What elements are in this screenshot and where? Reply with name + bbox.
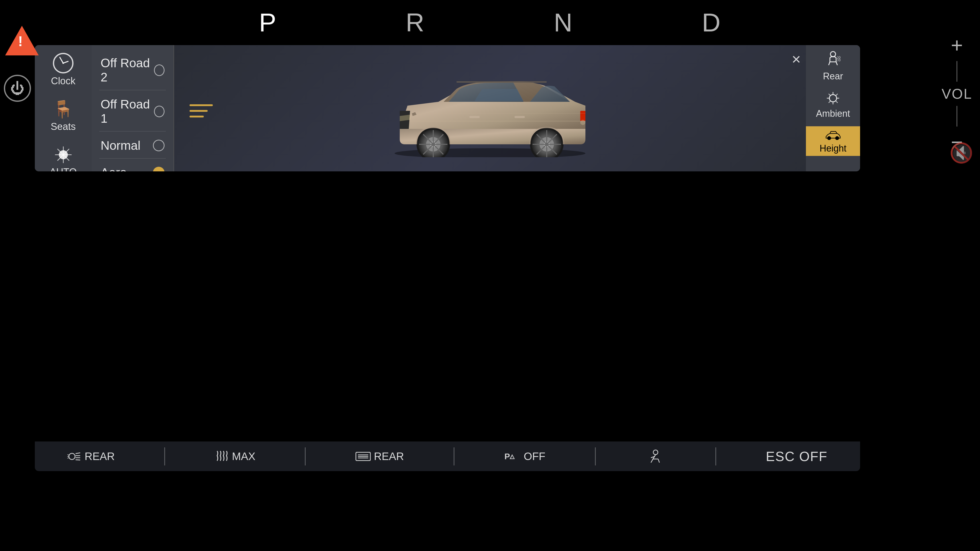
- aero-radio[interactable]: [153, 167, 164, 171]
- height-option-offroad1[interactable]: Off Road 1: [99, 92, 166, 132]
- sidebar-item-clock[interactable]: Clock: [48, 50, 78, 89]
- defrost-icon: [355, 451, 371, 462]
- rear-light-label: REAR: [84, 450, 115, 463]
- car-rear-light: [580, 111, 585, 121]
- sidebar-item-ambient[interactable]: Ambient: [806, 89, 860, 121]
- close-button[interactable]: ×: [792, 50, 801, 68]
- right-sidebar: Rear Ambient: [806, 45, 860, 171]
- power-button[interactable]: ⏻: [4, 75, 31, 102]
- offroad2-radio[interactable]: [154, 64, 164, 76]
- svg-line-10: [836, 94, 838, 95]
- main-screen: Clock 🪑 Seats AUTO Off Road 2: [35, 45, 860, 171]
- svg-line-30: [658, 459, 659, 463]
- rear-icon: [825, 51, 842, 69]
- svg-point-3: [829, 95, 837, 102]
- status-heat-max[interactable]: MAX: [215, 450, 255, 463]
- svg-line-9: [836, 101, 838, 103]
- aero-label: Aero: [100, 165, 127, 171]
- status-bar: REAR MAX REAR P !: [35, 441, 860, 471]
- normal-radio[interactable]: [153, 140, 164, 151]
- divider-2: [305, 448, 305, 465]
- height-option-aero[interactable]: Aero: [99, 160, 166, 171]
- clock-label: Clock: [51, 76, 75, 87]
- svg-text:P: P: [504, 452, 510, 461]
- ambient-icon: [825, 91, 842, 106]
- car-visualization: ×: [174, 45, 806, 171]
- height-line-2: [189, 110, 208, 112]
- status-esc-off[interactable]: ESC OFF: [766, 449, 827, 464]
- svg-point-12: [827, 137, 831, 140]
- offroad1-label: Off Road 1: [100, 97, 154, 125]
- rear-light-icon: [67, 451, 81, 462]
- rear-label: Rear: [823, 71, 843, 82]
- svg-line-18: [76, 460, 80, 460]
- status-rear-light[interactable]: REAR: [67, 450, 115, 463]
- car-roof-rail: [457, 81, 547, 83]
- divider-4: [595, 448, 596, 465]
- status-park[interactable]: P ! OFF: [504, 450, 546, 463]
- auto-sun-icon: [54, 145, 73, 164]
- vol-line-bottom: [956, 106, 957, 127]
- height-line-1: [189, 104, 213, 106]
- status-sport[interactable]: [645, 449, 666, 464]
- divider-3: [453, 448, 454, 465]
- svg-line-11: [829, 101, 830, 103]
- left-sidebar: Clock 🪑 Seats AUTO: [35, 45, 92, 171]
- gear-R: R: [406, 8, 425, 37]
- mute-icon: 🔇: [949, 142, 974, 164]
- height-icon: [825, 129, 842, 141]
- door-handle-1: [469, 116, 480, 118]
- park-off-label: OFF: [524, 450, 546, 463]
- seats-label: Seats: [51, 121, 76, 132]
- sidebar-item-seats[interactable]: 🪑 Seats: [48, 97, 78, 135]
- heat-icon: [215, 451, 229, 462]
- esc-off-label: ESC OFF: [766, 449, 827, 464]
- vol-line-top: [956, 61, 957, 82]
- svg-line-2: [836, 62, 837, 65]
- sidebar-item-auto[interactable]: AUTO: [47, 143, 80, 171]
- svg-point-13: [835, 137, 839, 140]
- divider-5: [715, 448, 716, 465]
- car-svg: [374, 59, 606, 157]
- gear-N: N: [554, 8, 573, 37]
- offroad2-label: Off Road 2: [100, 56, 154, 84]
- power-icon: ⏻: [10, 80, 24, 97]
- height-option-normal[interactable]: Normal: [99, 133, 166, 159]
- car-image: [374, 59, 606, 157]
- svg-text:!: !: [511, 456, 512, 459]
- heat-max-label: MAX: [232, 450, 255, 463]
- auto-label: AUTO: [50, 167, 77, 171]
- svg-line-15: [76, 453, 80, 454]
- svg-point-0: [830, 52, 835, 57]
- svg-line-29: [651, 459, 653, 463]
- status-rear-defrost[interactable]: REAR: [355, 450, 404, 463]
- sidebar-item-height[interactable]: Height: [806, 126, 860, 156]
- rear-defrost-label: REAR: [374, 450, 404, 463]
- volume-plus-button[interactable]: +: [951, 33, 963, 57]
- svg-line-1: [829, 62, 830, 65]
- car-side-window: [474, 89, 523, 101]
- clock-icon: [53, 53, 73, 73]
- height-option-offroad2[interactable]: Off Road 2: [99, 50, 166, 90]
- svg-line-8: [829, 94, 830, 95]
- gear-bar: P R N D: [0, 8, 980, 37]
- door-handle-2: [514, 116, 525, 118]
- svg-point-28: [653, 450, 658, 455]
- sidebar-item-rear[interactable]: Rear: [806, 49, 860, 84]
- height-line-3: [189, 116, 204, 118]
- seats-icon: 🪑: [52, 100, 73, 119]
- car-badge: [580, 120, 585, 125]
- height-adjustment-lines: [189, 104, 213, 118]
- svg-point-14: [69, 453, 75, 459]
- height-label: Height: [819, 143, 846, 154]
- normal-label: Normal: [100, 138, 140, 152]
- gear-P: P: [259, 8, 277, 37]
- sport-icon: [645, 449, 666, 464]
- height-menu-panel: Off Road 2 Off Road 1 Normal Aero: [92, 45, 174, 171]
- park-icon: P !: [504, 451, 521, 462]
- ambient-label: Ambient: [816, 108, 850, 119]
- offroad1-radio[interactable]: [154, 106, 164, 117]
- vol-label: VOL: [942, 86, 972, 102]
- divider-1: [164, 448, 165, 465]
- mute-button[interactable]: 🔇: [949, 142, 974, 164]
